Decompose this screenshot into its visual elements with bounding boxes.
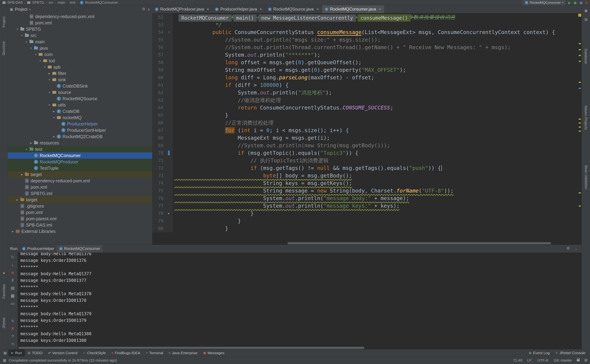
tool-button-structure[interactable]: Structure: [0, 33, 8, 63]
gc-icon[interactable]: ⟲: [9, 341, 16, 348]
run-tab-producerhelper[interactable]: CProducerHelper: [20, 245, 57, 253]
editor-tab-rocketmqconsumer-java[interactable]: CRocketMQConsumer.java✕: [322, 5, 384, 13]
collapse-arrow-icon[interactable]: ▼: [24, 148, 29, 151]
indicator-icon[interactable]: [584, 359, 587, 362]
tree-item-spb[interactable]: ▼spb: [8, 64, 152, 70]
collapse-arrow-icon[interactable]: ▼: [24, 40, 29, 43]
collapse-arrow-icon[interactable]: ▼: [42, 66, 47, 68]
horizontal-scrollbar-thumb[interactable]: [288, 242, 551, 244]
collapse-arrow-icon[interactable]: ▼: [47, 78, 52, 81]
chevron-down-icon[interactable]: ▾: [29, 8, 31, 11]
tree-item-producersorthelper[interactable]: CProducerSortHelper: [8, 127, 152, 133]
tree-item-filter[interactable]: ▶filter: [8, 70, 152, 77]
tree-item-src[interactable]: ▼src: [8, 32, 152, 39]
expand-arrow-icon[interactable]: ▶: [20, 173, 24, 176]
tool-window-button-event-log[interactable]: ◉Event Log: [526, 349, 552, 357]
tool-window-button-findbugs-idea[interactable]: ●FindBugs-IDEA: [109, 349, 143, 357]
tree-item-pom-xml[interactable]: mpom.xml: [8, 184, 152, 190]
editor-scrollbar[interactable]: [578, 13, 582, 242]
close-icon[interactable]: ✕: [260, 7, 262, 11]
expand-arrow-icon[interactable]: ▶: [52, 135, 56, 138]
tree-item-main[interactable]: ▼main: [8, 39, 152, 45]
tool-window-button-java-enterprise[interactable]: ♦Java Enterprise: [166, 349, 201, 357]
play-button[interactable]: ▶: [568, 1, 571, 4]
tool-window-button-run[interactable]: ▶Run: [8, 349, 25, 357]
tree-item-rocketmq2cratedb[interactable]: ▶CRocketMQ2CrateDB: [8, 133, 152, 140]
tool-window-switcher-icon[interactable]: ▦: [2, 351, 8, 355]
breadcrumb-item-test[interactable]: test: [70, 0, 75, 5]
tree-item-dependency-reduced-pom-xml[interactable]: <>dependency-reduced-pom.xml: [8, 178, 152, 184]
rerun-icon[interactable]: ↻: [9, 254, 16, 261]
stop-icon[interactable]: ■: [9, 269, 16, 276]
tree-item-gitignore[interactable]: ≡.gitignore: [8, 203, 152, 209]
error-stripe-mark[interactable]: [579, 119, 581, 120]
tree-item-rocketmqconsumer[interactable]: CRocketMQConsumer: [8, 152, 152, 159]
caret-position-widget[interactable]: 71:40: [513, 358, 522, 362]
breadcrumb-item-rocketmqconsumer[interactable]: RocketMQConsumer: [85, 0, 118, 5]
console-output[interactable]: message body:Hello MetaQ1376message keys…: [18, 253, 582, 346]
tree-item-utils[interactable]: ▼utils: [8, 102, 152, 108]
breadcrumb-item-spb-das[interactable]: SPB-DAS: [7, 0, 23, 5]
error-stripe-mark[interactable]: [579, 206, 581, 207]
gear-icon[interactable]: [566, 246, 570, 251]
grid-icon[interactable]: ▦: [582, 9, 590, 13]
breadcrumb-chip-consumemessage[interactable]: consumeMessage(): [358, 14, 411, 22]
print-icon[interactable]: ▦: [9, 292, 16, 299]
layers-icon[interactable]: ▥: [582, 18, 590, 21]
editor-tab-producerhelper-java[interactable]: CProducerHelper.java✕: [212, 5, 265, 13]
error-stripe-mark[interactable]: [579, 55, 581, 56]
tool-button-database[interactable]: Database: [582, 37, 590, 75]
tool-window-button-checkstyle[interactable]: ✓CheckStyle: [80, 349, 109, 357]
error-stripe-mark[interactable]: [579, 88, 581, 89]
tree-item-tod[interactable]: ▼tod: [8, 58, 152, 64]
tool-button-project[interactable]: Project: [0, 9, 8, 35]
override-method-icon[interactable]: ↑: [166, 28, 173, 36]
error-stripe-mark[interactable]: [579, 127, 581, 128]
collapse-arrow-icon[interactable]: ▼: [20, 34, 24, 37]
tree-item-sink[interactable]: ▼sink: [8, 77, 152, 83]
collapse-all-icon[interactable]: ∧: [148, 7, 150, 11]
close-icon[interactable]: ✗: [9, 325, 16, 332]
soft-wrap-icon[interactable]: ▤: [9, 285, 16, 292]
tree-item-test[interactable]: ▼test: [8, 146, 152, 152]
tree-item-target[interactable]: ▶target: [8, 171, 152, 178]
expand-arrow-icon[interactable]: ▶: [11, 230, 15, 233]
tree-item-rocketmq[interactable]: ▼rocketMQ: [8, 114, 152, 121]
error-stripe-mark[interactable]: [579, 61, 581, 62]
hide-panel-icon[interactable]: ⌄: [575, 247, 577, 251]
expand-arrow-icon[interactable]: ▶: [52, 110, 56, 113]
coverage-button[interactable]: ◍: [579, 1, 583, 4]
editor-tab-rocketmqproducer-java[interactable]: CRocketMQProducer.java✕: [152, 5, 212, 13]
error-stripe-mark[interactable]: [579, 43, 581, 44]
breadcrumb-item-main[interactable]: main: [58, 0, 65, 5]
tree-item-cratedbsink[interactable]: CCrateDBSink: [8, 83, 152, 89]
code-editor[interactable]: 52 * * 默认msgs里只有一条消息，可以通过设置consumeMessag…: [152, 13, 578, 242]
error-stripe-mark[interactable]: [579, 130, 581, 132]
tree-item-spbtg[interactable]: ▼SPBTG: [8, 26, 152, 32]
tool-window-button-messages[interactable]: ▣Messages: [200, 349, 227, 357]
tree-item-com[interactable]: ▼com: [8, 51, 152, 58]
tree-item-source[interactable]: ▼source: [8, 89, 152, 96]
collapse-arrow-icon[interactable]: ▼: [38, 59, 42, 62]
tool-window-button-terminal[interactable]: >Terminal: [143, 349, 166, 357]
collapse-arrow-icon[interactable]: ▼: [29, 47, 34, 50]
tool-button-maven-projects[interactable]: Maven Projects: [582, 90, 590, 146]
jrebel-icon[interactable]: ↯: [9, 318, 16, 325]
tree-item-pom-parent-xml[interactable]: mpom-parent.xml: [8, 215, 152, 222]
inspection-indicator[interactable]: [578, 14, 581, 17]
tree-item-pom-xml[interactable]: mpom.xml: [8, 209, 152, 215]
fold-arrow-icon[interactable]: ▶: [166, 209, 173, 217]
clear-icon[interactable]: ▭: [9, 300, 16, 307]
tool-button-jrebel[interactable]: JRebel: [0, 311, 8, 335]
error-stripe-mark[interactable]: [579, 82, 581, 83]
tool-button-favorites[interactable]: Favorites: [0, 276, 8, 306]
tree-item-spbtg-iml[interactable]: ISPBTG.iml: [8, 190, 152, 197]
tool-button-bean-validation[interactable]: Bean Validation: [582, 149, 590, 205]
expand-arrow-icon[interactable]: ▶: [29, 142, 34, 144]
collapse-arrow-icon[interactable]: ▼: [15, 28, 20, 31]
tree-item-target[interactable]: ▶target: [8, 197, 152, 203]
encoding-widget[interactable]: UTF-8:: [537, 358, 549, 362]
error-stripe-mark[interactable]: [579, 192, 581, 193]
close-icon[interactable]: ✕: [207, 7, 209, 11]
expand-arrow-icon[interactable]: ▶: [47, 72, 52, 75]
